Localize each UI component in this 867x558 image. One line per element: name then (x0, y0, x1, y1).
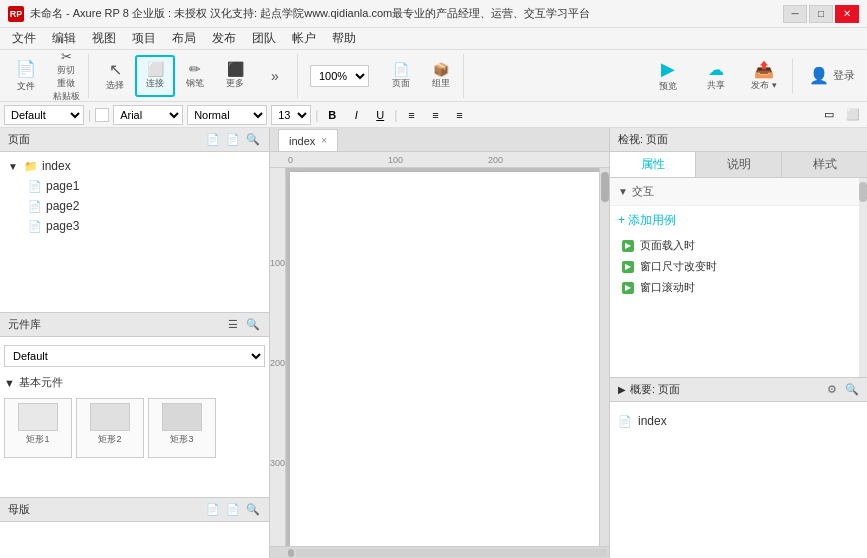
tree-item-page1[interactable]: 📄 page1 (0, 176, 269, 196)
login-label: 登录 (833, 68, 855, 83)
format-separator-2: | (315, 108, 318, 122)
left-panel: 页面 📄 📄 🔍 ▼ 📁 index 📄 page1 (0, 128, 270, 558)
toolbar-connect-btn[interactable]: ⬜ 连接 (135, 55, 175, 97)
page-icon: 📄 (393, 62, 409, 77)
masters-search-btn[interactable]: 🔍 (245, 502, 261, 518)
bold-button[interactable]: B (322, 105, 342, 125)
tab-properties[interactable]: 属性 (610, 152, 696, 177)
masters-add2-btn[interactable]: 📄 (225, 502, 241, 518)
pages-search-btn[interactable]: 🔍 (245, 132, 261, 148)
outline-search-icon[interactable]: 🔍 (845, 383, 859, 396)
canvas-scrollbar-v[interactable] (599, 168, 609, 546)
right-tabs: 属性 说明 样式 (610, 152, 867, 178)
menu-layout[interactable]: 布局 (164, 28, 204, 49)
components-menu-btn[interactable]: ☰ (225, 317, 241, 333)
masters-add-btn[interactable]: 📄 (205, 502, 221, 518)
component-rect2[interactable]: 矩形2 (76, 398, 144, 458)
zoom-select[interactable]: 100% 50% 75% 150% 200% (310, 65, 369, 87)
font-select[interactable]: Arial (113, 105, 183, 125)
event-window-resize: ▶ 窗口尺寸改变时 (614, 256, 863, 277)
maximize-button[interactable]: □ (809, 5, 833, 23)
toolbar-pen-btn[interactable]: ✏ 钢笔 (175, 55, 215, 97)
ruler-mark-200: 200 (488, 155, 503, 165)
components-search-btn[interactable]: 🔍 (245, 317, 261, 333)
fill-color-button[interactable]: ▭ (819, 105, 839, 125)
right-panel-bottom: ▶ 概要: 页面 ⚙ 🔍 📄 index (610, 378, 867, 558)
components-content: Default ▼ 基本元件 矩形1 矩形2 (0, 337, 269, 497)
file-label: 文件 (17, 80, 35, 93)
right-panel-scrollbar[interactable] (859, 178, 867, 377)
event-window-scroll: ▶ 窗口滚动时 (614, 277, 863, 298)
component-library-select[interactable]: Default (4, 345, 265, 367)
toolbar-clipboard-btn[interactable]: ✂ 剪切 重做 粘贴板 (46, 55, 86, 97)
canvas-page (290, 172, 599, 546)
add-case-button[interactable]: + 添加用例 (618, 212, 859, 229)
italic-button[interactable]: I (346, 105, 366, 125)
outline-filter-icon[interactable]: ⚙ (827, 383, 837, 396)
ruler-horizontal: 0 100 200 (270, 152, 609, 168)
menu-project[interactable]: 项目 (124, 28, 164, 49)
connect-label: 连接 (146, 77, 164, 90)
underline-button[interactable]: U (370, 105, 390, 125)
canvas-tab-close[interactable]: × (321, 135, 327, 146)
outline-item-index[interactable]: 📄 index (618, 410, 859, 432)
font-size-select[interactable]: 13 (271, 105, 311, 125)
event-icon-page-load: ▶ (622, 240, 634, 252)
menu-edit[interactable]: 编辑 (44, 28, 84, 49)
select-label: 选择 (106, 79, 124, 92)
canvas-content[interactable] (286, 168, 599, 546)
align-left-button[interactable]: ≡ (401, 105, 421, 125)
tree-item-page2[interactable]: 📄 page2 (0, 196, 269, 216)
toolbar-select-btn[interactable]: ↖ 选择 (95, 55, 135, 97)
page-label-page2: page2 (46, 199, 79, 213)
component-rect1[interactable]: 矩形1 (4, 398, 72, 458)
canvas-tab-index[interactable]: index × (278, 129, 338, 151)
paste-sub: 重做 (57, 77, 75, 90)
canvas-scrollbar-h[interactable] (270, 546, 609, 558)
component-rect3[interactable]: 矩形3 (148, 398, 216, 458)
login-button[interactable]: 👤 登录 (801, 62, 863, 89)
menu-publish[interactable]: 发布 (204, 28, 244, 49)
toolbar-share-btn[interactable]: ☁ 共享 (696, 55, 736, 97)
toolbar-file-btn[interactable]: 📄 文件 (6, 55, 46, 97)
align-center-button[interactable]: ≡ (425, 105, 445, 125)
events-list: ▶ 页面载入时 ▶ 窗口尺寸改变时 ▶ 窗口滚动时 (610, 235, 867, 298)
minimize-button[interactable]: ─ (783, 5, 807, 23)
page-style-icon (95, 108, 109, 122)
menu-help[interactable]: 帮助 (324, 28, 364, 49)
share-icon: ☁ (708, 60, 724, 79)
outline-chevron-icon: ▶ (618, 384, 626, 395)
toolbar-preview-btn[interactable]: ▶ 预览 (648, 55, 688, 97)
outline-item-label: index (638, 414, 667, 428)
menu-view[interactable]: 视图 (84, 28, 124, 49)
tree-item-index[interactable]: ▼ 📁 index (0, 156, 269, 176)
toolbar-more-btn[interactable]: ⬛ 更多 (215, 55, 255, 97)
tab-notes[interactable]: 说明 (696, 152, 782, 177)
components-section: 元件库 ☰ 🔍 Default ▼ 基本元件 矩形1 (0, 313, 269, 498)
main-layout: 页面 📄 📄 🔍 ▼ 📁 index 📄 page1 (0, 128, 867, 558)
publish-label: 发布 ▾ (751, 79, 777, 92)
toolbar-publish-btn[interactable]: 📤 发布 ▾ (744, 55, 784, 97)
close-button[interactable]: ✕ (835, 5, 859, 23)
category-expand-icon: ▼ (4, 377, 15, 389)
clipboard-sub: 剪切 (57, 64, 75, 77)
masters-content (0, 522, 269, 558)
toolbar-expand-btn[interactable]: » (255, 55, 295, 97)
page-label-page3: page3 (46, 219, 79, 233)
toolbar-page-btn[interactable]: 📄 页面 (381, 55, 421, 97)
align-right-button[interactable]: ≡ (449, 105, 469, 125)
format-style-select[interactable]: Normal (187, 105, 267, 125)
center-panel: index × 0 100 200 100 200 300 (270, 128, 609, 558)
toolbar-group-btn[interactable]: 📦 组里 (421, 55, 461, 97)
style-select[interactable]: Default (4, 105, 84, 125)
menu-account[interactable]: 帐户 (284, 28, 324, 49)
pages-add-child-btn[interactable]: 📄 (225, 132, 241, 148)
menu-file[interactable]: 文件 (4, 28, 44, 49)
pages-add-btn[interactable]: 📄 (205, 132, 221, 148)
menu-team[interactable]: 团队 (244, 28, 284, 49)
border-button[interactable]: ⬜ (843, 105, 863, 125)
event-label-window-scroll: 窗口滚动时 (640, 280, 695, 295)
toolbar-file-group: 📄 文件 ✂ 剪切 重做 粘贴板 (4, 54, 89, 98)
tab-style[interactable]: 样式 (782, 152, 867, 177)
tree-item-page3[interactable]: 📄 page3 (0, 216, 269, 236)
